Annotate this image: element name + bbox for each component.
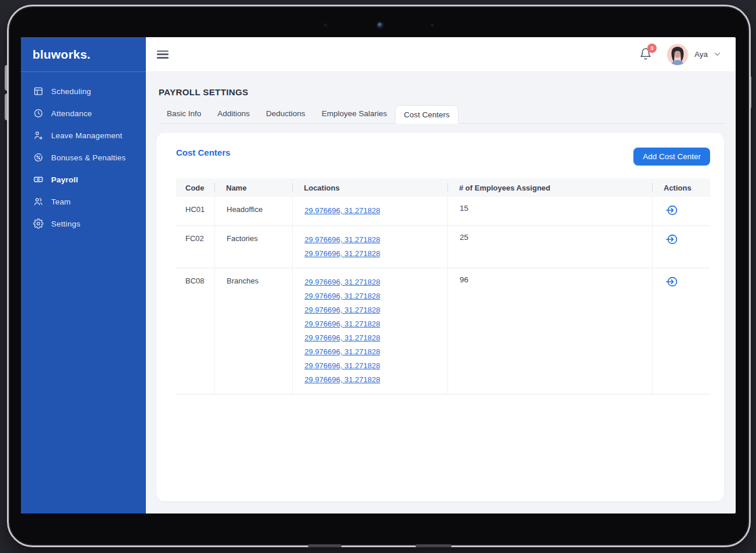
bell-icon	[639, 53, 652, 63]
user-name[interactable]: Aya	[694, 50, 708, 59]
location-link[interactable]: 29.976696, 31.271828	[304, 275, 447, 289]
sidebar-item-label: Leave Management	[51, 131, 123, 140]
tab-bar: Basic InfoAdditionsDeductionsEmployee Sa…	[159, 105, 724, 124]
tab-cost-centers[interactable]: Cost Centers	[395, 105, 458, 124]
sidebar: bluworks. SchedulingAttendanceLeave Mana…	[21, 37, 146, 514]
card-title: Cost Centers	[176, 148, 230, 157]
brand-logo[interactable]: bluworks.	[33, 48, 91, 62]
sidebar-item-leave-management[interactable]: Leave Management	[21, 124, 146, 146]
cell-locations: 29.976696, 31.27182829.976696, 31.271828	[292, 226, 447, 268]
user-avatar[interactable]	[667, 44, 688, 65]
tab-additions[interactable]: Additions	[209, 105, 258, 123]
main-area: 3 Aya PAYROLL SETTINGS Basic Info	[146, 37, 736, 514]
cell-locations: 29.976696, 31.27182829.976696, 31.271828…	[292, 268, 447, 394]
cell-name: Factories	[214, 226, 292, 268]
cell-employees-assigned: 25	[447, 226, 652, 268]
table-row: FC02Factories29.976696, 31.27182829.9766…	[176, 226, 710, 268]
sidebar-item-scheduling[interactable]: Scheduling	[21, 80, 146, 102]
attendance-icon	[33, 108, 44, 119]
open-cost-center-icon[interactable]	[665, 204, 678, 217]
app-screen: bluworks. SchedulingAttendanceLeave Mana…	[21, 37, 736, 514]
add-cost-center-button[interactable]: Add Cost Center	[633, 148, 710, 166]
sidebar-item-attendance[interactable]: Attendance	[21, 102, 146, 124]
tab-employee-salaries[interactable]: Employee Salaries	[313, 105, 395, 123]
tab-deductions[interactable]: Deductions	[258, 105, 314, 123]
tab-basic-info[interactable]: Basic Info	[159, 105, 209, 123]
location-link[interactable]: 29.976696, 31.271828	[304, 233, 447, 247]
location-link[interactable]: 29.976696, 31.271828	[304, 289, 447, 303]
sidebar-nav: SchedulingAttendanceLeave ManagementBonu…	[21, 72, 146, 235]
cell-code: HC01	[176, 197, 214, 225]
location-link[interactable]: 29.976696, 31.271828	[304, 359, 447, 373]
cell-employees-assigned: 96	[447, 268, 652, 394]
leave-management-icon	[33, 130, 44, 141]
location-link[interactable]: 29.976696, 31.271828	[304, 204, 447, 218]
speaker-notch	[308, 544, 342, 547]
sensor-dot	[431, 23, 434, 27]
sidebar-item-payroll[interactable]: Payroll	[21, 168, 146, 191]
column-header-actions: Actions	[652, 184, 710, 192]
column-header-of-employees-assigned: # of Employees Assigned	[447, 184, 652, 192]
cell-name: Headoffice	[214, 197, 292, 225]
location-link[interactable]: 29.976696, 31.271828	[304, 317, 447, 331]
page-title: PAYROLL SETTINGS	[159, 87, 724, 97]
column-header-locations: Locations	[292, 184, 447, 192]
cost-centers-table: CodeNameLocations# of Employees Assigned…	[176, 178, 710, 394]
open-cost-center-icon[interactable]	[665, 233, 678, 246]
cell-code: FC02	[176, 226, 214, 268]
location-link[interactable]: 29.976696, 31.271828	[304, 345, 447, 359]
table-body: HC01Headoffice29.976696, 31.27182815FC02…	[176, 197, 710, 394]
cell-locations: 29.976696, 31.271828	[292, 197, 447, 225]
sidebar-item-label: Settings	[51, 220, 80, 228]
logo-wrap: bluworks.	[21, 37, 146, 72]
sidebar-item-label: Team	[51, 198, 71, 206]
scheduling-icon	[33, 86, 44, 96]
notification-badge: 3	[647, 44, 657, 53]
cell-actions	[652, 197, 710, 225]
payroll-icon	[33, 174, 44, 185]
content-area: PAYROLL SETTINGS Basic InfoAdditionsDedu…	[146, 72, 736, 514]
sidebar-item-bonuses-penalties[interactable]: Bonuses & Penalties	[21, 146, 146, 168]
location-link[interactable]: 29.976696, 31.271828	[304, 373, 447, 387]
cost-centers-card: Cost Centers Add Cost Center CodeNameLoc…	[156, 133, 724, 501]
cell-name: Branches	[214, 268, 292, 394]
sidebar-item-team[interactable]: Team	[21, 191, 146, 213]
bonuses-penalties-icon	[33, 152, 44, 163]
settings-icon	[33, 218, 44, 229]
sidebar-item-label: Scheduling	[51, 87, 91, 96]
sidebar-item-label: Bonuses & Penalties	[51, 153, 126, 162]
location-link[interactable]: 29.976696, 31.271828	[304, 331, 447, 345]
table-header: CodeNameLocations# of Employees Assigned…	[176, 178, 710, 197]
table-row: HC01Headoffice29.976696, 31.27182815	[176, 197, 710, 226]
table-row: BC08Branches29.976696, 31.27182829.97669…	[176, 268, 710, 394]
column-header-code: Code	[176, 184, 214, 192]
cell-actions	[652, 268, 710, 394]
sidebar-item-label: Payroll	[51, 175, 78, 184]
sensor-dot	[324, 23, 327, 27]
speaker-notch	[415, 544, 452, 547]
location-link[interactable]: 29.976696, 31.271828	[304, 247, 447, 261]
sidebar-item-label: Attendance	[51, 109, 92, 118]
location-link[interactable]: 29.976696, 31.271828	[304, 303, 447, 317]
chevron-down-icon[interactable]	[714, 52, 721, 56]
sidebar-item-settings[interactable]: Settings	[21, 213, 146, 235]
hamburger-menu-icon[interactable]	[157, 51, 169, 59]
column-header-name: Name	[214, 184, 292, 192]
cell-code: BC08	[176, 268, 214, 394]
front-camera	[375, 20, 385, 30]
cell-employees-assigned: 15	[447, 197, 652, 225]
team-icon	[33, 196, 44, 207]
cell-actions	[652, 226, 710, 268]
topbar: 3 Aya	[146, 37, 736, 72]
notifications-button[interactable]: 3	[639, 47, 653, 62]
open-cost-center-icon[interactable]	[665, 275, 678, 288]
